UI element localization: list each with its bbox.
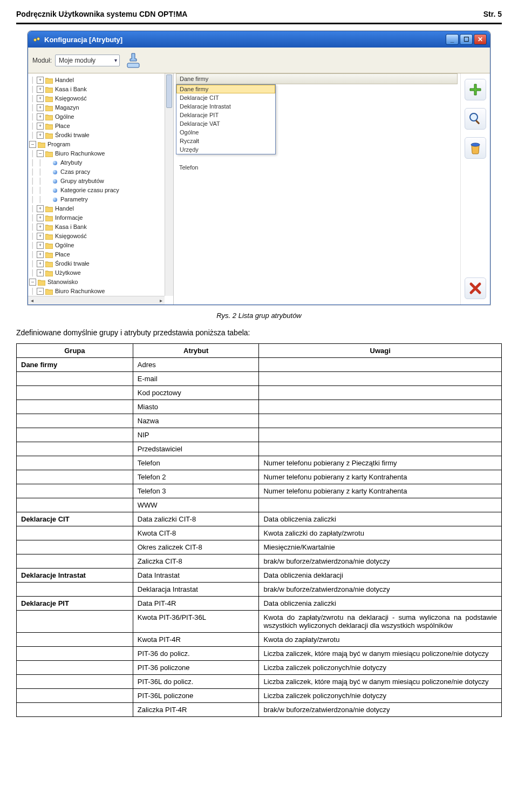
tree-folder[interactable]: │+Środki trwałe — [29, 131, 165, 140]
folder-icon — [38, 279, 45, 286]
tree-toggle-icon[interactable]: – — [29, 279, 36, 286]
list-item[interactable]: Telefon — [179, 164, 198, 171]
tree-folder[interactable]: │+Handel — [29, 76, 165, 85]
tree-leaf[interactable]: ││Kategorie czasu pracy — [29, 186, 165, 195]
tree-toggle-icon[interactable]: + — [37, 269, 44, 276]
tree-toggle-icon[interactable]: + — [37, 86, 44, 93]
tree-node-label: Księgowość — [54, 232, 87, 241]
tree-folder[interactable]: │+Księgowość — [29, 94, 165, 103]
inspect-button[interactable] — [465, 108, 486, 130]
dropdown-item[interactable]: Deklaracje VAT — [176, 119, 275, 128]
cell-grupa — [17, 484, 133, 498]
tree-toggle-icon[interactable]: + — [37, 251, 44, 258]
dropdown-item[interactable]: Deklaracje PIT — [176, 111, 275, 119]
tree-folder[interactable]: │+Magazyn — [29, 103, 165, 112]
tree-toggle-icon[interactable]: – — [29, 141, 36, 148]
toolbar-stamp-icon[interactable] — [123, 50, 144, 71]
tree-toggle-icon[interactable]: + — [37, 113, 44, 120]
dropdown-item[interactable]: Ryczałt — [176, 137, 275, 145]
window-minimize-button[interactable]: _ — [446, 34, 459, 45]
delete-button[interactable] — [465, 137, 486, 159]
tree-toggle-icon[interactable]: + — [37, 242, 44, 249]
table-row: Zaliczka PIT-4Rbrak/w buforze/zatwierdzo… — [17, 703, 502, 717]
folder-icon — [45, 96, 53, 102]
tree-leaf[interactable]: ││Atrybuty — [29, 158, 165, 167]
tree-folder[interactable]: │+Środki trwałe — [29, 259, 165, 268]
cell-grupa — [17, 633, 133, 647]
group-dropdown-menu[interactable]: Dane firmyDeklaracje CITDeklaracje Intra… — [176, 84, 276, 154]
list-column-header[interactable]: Dane firmy — [176, 73, 458, 84]
tree-toggle-icon[interactable]: – — [37, 288, 44, 295]
tree-folder[interactable]: │+Użytkowe — [29, 268, 165, 278]
tree-leaf[interactable]: ││Parametry — [29, 195, 165, 204]
module-label: Moduł: — [32, 57, 52, 64]
tree-toggle-icon[interactable]: + — [37, 214, 44, 221]
svg-rect-0 — [127, 63, 139, 67]
cell-atrybut: NIP — [133, 428, 259, 442]
col-atrybut: Atrybut — [133, 344, 259, 358]
tree-scrollbar-horizontal[interactable]: ◂ ▸ — [28, 296, 165, 304]
tree-toggle-icon[interactable]: + — [37, 77, 44, 84]
cell-grupa — [17, 526, 133, 540]
tree-scrollbar-vertical[interactable] — [165, 73, 173, 296]
table-row: Okres zaliczek CIT-8Miesięcznie/Kwartaln… — [17, 540, 502, 554]
tree-folder[interactable]: │+Płace — [29, 250, 165, 259]
add-button[interactable] — [465, 79, 486, 100]
tree-folder[interactable]: │–Biuro Rachunkowe — [29, 149, 165, 158]
tree-node-label: Czas pracy — [60, 167, 90, 177]
cell-atrybut: Telefon 2 — [133, 470, 259, 484]
tree-folder[interactable]: │+Księgowość — [29, 232, 165, 241]
dropdown-item[interactable]: Deklaracje CIT — [176, 93, 275, 102]
tree-toggle-icon[interactable]: + — [37, 224, 44, 231]
dropdown-item[interactable]: Urzędy — [176, 145, 275, 154]
tree-toggle-icon[interactable]: + — [37, 104, 44, 111]
chevron-right-icon[interactable]: ▸ — [157, 297, 165, 303]
tree-folder[interactable]: │+Kasa i Bank — [29, 222, 165, 232]
tree-toggle-icon[interactable]: + — [37, 123, 44, 130]
dropdown-item[interactable]: Deklaracje Intrastat — [176, 102, 275, 111]
window-maximize-button[interactable]: ☐ — [460, 34, 473, 45]
window-close-button[interactable]: ✕ — [474, 34, 487, 45]
tree-folder[interactable]: │–Biuro Rachunkowe — [29, 287, 165, 296]
table-row: PIT-36L do policz.Liczba zaliczek, które… — [17, 675, 502, 689]
tree-folder[interactable]: │+Informacje — [29, 213, 165, 222]
dropdown-item[interactable]: Dane firmy — [176, 85, 275, 93]
cell-uwagi: Liczba zaliczek policzonych/nie dotyczy — [259, 689, 502, 703]
side-actions — [460, 73, 490, 304]
cell-uwagi — [259, 414, 502, 428]
cell-uwagi: Data obliczenia zaliczki — [259, 597, 502, 611]
tree-node-label: Magazyn — [54, 103, 79, 112]
tree-toggle-icon[interactable]: + — [37, 260, 44, 267]
cell-atrybut: Kwota PIT-36/PIT-36L — [133, 611, 259, 633]
svg-rect-2 — [475, 120, 480, 124]
tree-toggle-icon[interactable]: – — [37, 150, 44, 157]
table-row: Deklaracje CITData zaliczki CIT-8Data ob… — [17, 512, 502, 526]
config-tree[interactable]: │+Handel│+Kasa i Bank│+Księgowość│+Magaz… — [28, 73, 165, 296]
table-row: Telefon 3Numer telefonu pobierany z kart… — [17, 484, 502, 498]
tree-folder[interactable]: │+Kasa i Bank — [29, 85, 165, 94]
chevron-left-icon[interactable]: ◂ — [28, 297, 36, 303]
tree-folder[interactable]: │+Ogólne — [29, 241, 165, 250]
window-title: Konfiguracja [Atrybuty] — [44, 36, 446, 44]
close-button[interactable] — [465, 278, 486, 299]
module-combobox[interactable]: Moje moduły ▾ — [55, 55, 120, 66]
chevron-down-icon: ▾ — [114, 57, 117, 63]
folder-icon — [45, 132, 53, 139]
tree-folder[interactable]: │+Ogólne — [29, 112, 165, 121]
cell-uwagi: Data obliczenia zaliczki — [259, 512, 502, 526]
cell-atrybut: Telefon 3 — [133, 484, 259, 498]
tree-leaf[interactable]: ││Grupy atrybutów — [29, 177, 165, 186]
tree-toggle-icon[interactable]: + — [37, 132, 44, 139]
tree-toggle-icon[interactable]: + — [37, 233, 44, 240]
tree-folder[interactable]: │+Handel — [29, 204, 165, 213]
tree-leaf[interactable]: ││Czas pracy — [29, 167, 165, 177]
tree-folder[interactable]: –Program — [29, 140, 165, 149]
dropdown-item[interactable]: Ogólne — [176, 128, 275, 137]
tree-folder[interactable]: │+Płace — [29, 121, 165, 131]
tree-toggle-icon[interactable]: + — [37, 205, 44, 212]
tree-node-label: Program — [47, 140, 70, 149]
tree-toggle-icon[interactable]: + — [37, 95, 44, 102]
tree-node-label: Ogólne — [54, 112, 74, 121]
tree-folder[interactable]: –Stanowisko — [29, 278, 165, 287]
tree-node-label: Stanowisko — [47, 278, 78, 287]
